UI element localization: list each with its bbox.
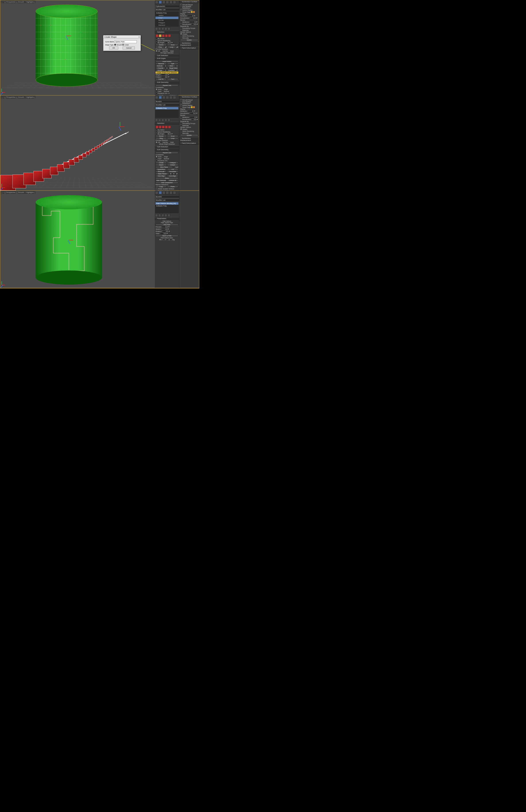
stack-edge-level[interactable]: Edge [155, 17, 178, 19]
extrude-button[interactable]: Extrude [156, 65, 164, 67]
dialog-title: Create Shape [104, 36, 117, 38]
move-gizmo[interactable] [115, 122, 124, 131]
viewport-label: [ + ] [ Perspective ] [ Smooth + Highlig… [1, 191, 35, 193]
subdiv-disp-rollout[interactable]: Subdivision Displacement [179, 42, 199, 46]
selection-rollout[interactable]: Selection [155, 31, 179, 33]
element-mode-icon[interactable] [168, 34, 171, 37]
polygon-mode-icon[interactable] [165, 34, 168, 37]
by-vertex-check[interactable] [156, 38, 157, 40]
soft-selection-rollout[interactable]: Soft Selection [155, 54, 179, 57]
modify-tab-icon[interactable] [159, 191, 162, 194]
turn-button[interactable]: Turn [167, 78, 178, 80]
border-mode-icon[interactable] [162, 34, 165, 37]
weld-button[interactable]: Weld [167, 65, 176, 67]
flip-check[interactable] [170, 239, 172, 241]
edit-edges-rollout[interactable]: Edit Edges [155, 57, 179, 60]
stack-path-deform[interactable]: Path Deform Binding (W) [155, 202, 178, 205]
paint-deform-rollout[interactable]: Paint Deformation [179, 46, 199, 49]
axis-indicator [2, 184, 7, 189]
ignore-backfacing-check[interactable] [156, 40, 157, 41]
object-name-field[interactable] [155, 100, 180, 103]
preserve-uv-check[interactable] [156, 92, 157, 95]
callout-line [141, 44, 155, 55]
update-button[interactable]: Update [180, 39, 198, 41]
selection-info: 99 Edges Selected [156, 52, 178, 54]
use-nurms-check[interactable] [180, 6, 182, 8]
modify-tab-icon[interactable] [159, 1, 162, 4]
stretch-input[interactable] [161, 228, 168, 230]
subobject-icons [156, 34, 178, 37]
shrink-button[interactable]: Shrink [156, 44, 167, 46]
grow-button[interactable]: Grow [167, 44, 178, 46]
percent-input[interactable] [162, 226, 168, 228]
axis-z-radio[interactable] [166, 239, 168, 241]
pin-stack-icon[interactable] [155, 28, 158, 30]
connect-button[interactable]: Connect [167, 69, 176, 71]
vertex-mode-icon[interactable] [156, 34, 159, 37]
create-shape-button[interactable]: Create Shape From Selection [156, 72, 178, 74]
cancel-button[interactable]: Cancel [123, 46, 135, 49]
axis-indicator [2, 281, 7, 287]
object-name-field[interactable] [155, 195, 180, 198]
chamfer-button[interactable]: Chamfer [156, 67, 165, 69]
subdiv-surface-rollout[interactable]: Subdivision Surface [179, 0, 199, 3]
motion-tab-icon[interactable] [166, 1, 169, 4]
close-icon[interactable]: × [139, 36, 140, 38]
modify-tab-icon[interactable] [159, 96, 162, 99]
pick-path-button[interactable]: Pick Path [156, 224, 178, 226]
parameters-rollout[interactable]: Parameters [155, 217, 179, 220]
by-angle-check[interactable] [156, 42, 157, 44]
remove-modifier-icon[interactable] [168, 28, 170, 30]
viewport-label: [ + ] [ Perspective ] [ Smooth + Highlig… [1, 1, 35, 3]
twist-input[interactable] [160, 233, 166, 235]
move-gizmo[interactable] [62, 31, 71, 40]
cmd-tabs[interactable] [155, 0, 179, 4]
modifier-stack[interactable]: Editable Poly Vertex Edge Border Polygon… [155, 12, 179, 27]
remove-button[interactable]: Remove [156, 63, 167, 65]
cylinder-mesh[interactable] [36, 5, 104, 87]
hierarchy-tab-icon[interactable] [162, 1, 165, 4]
viewport-label: [ + ] [ Perspective ] [ Smooth + Highlig… [1, 96, 35, 98]
stack-editable-poly[interactable]: Editable Poly [155, 12, 178, 14]
ring-button[interactable]: Ring [156, 46, 165, 48]
shape-linear-radio[interactable] [122, 44, 124, 46]
ok-button[interactable]: OK [109, 46, 118, 49]
axis-x-radio[interactable] [159, 239, 161, 241]
shape-smooth-radio[interactable] [114, 44, 116, 46]
cylinder-with-path[interactable] [36, 195, 104, 284]
curve-name-input[interactable] [115, 40, 137, 43]
split-button[interactable]: Split [167, 63, 178, 65]
object-name-field[interactable] [155, 5, 180, 8]
modifier-list-dropdown[interactable] [155, 8, 180, 11]
target-weld-button[interactable]: Target Weld [168, 67, 178, 69]
utilities-tab-icon[interactable] [173, 1, 176, 4]
create-tab-icon[interactable] [155, 1, 158, 4]
path-label: Path: Spline-Path [156, 222, 178, 223]
create-shape-dialog[interactable]: Create Shape × Curve Name: Shape Type: S… [103, 35, 141, 51]
move-gizmo[interactable] [64, 235, 73, 244]
bridge-button[interactable]: Bridge [156, 69, 164, 71]
display-tab-icon[interactable] [169, 1, 172, 4]
move-to-path-button[interactable]: Move to Path [156, 235, 178, 237]
edit-geometry-rollout[interactable]: Edit Geometry [155, 81, 179, 84]
axis-indicator [2, 89, 7, 94]
loop-button[interactable]: Loop [167, 46, 176, 48]
edit-tri-button[interactable]: Edit Tri. [156, 78, 167, 80]
repeat-last-button[interactable]: Repeat Last [156, 84, 178, 86]
box-array[interactable]: /*boxes drawn below via static divs*/ [0, 102, 133, 190]
edge-mode-icon[interactable] [159, 34, 162, 37]
axis-y-radio[interactable] [163, 239, 165, 241]
rotation-input[interactable] [162, 230, 168, 232]
insert-vertex-button[interactable]: Insert Vertex [156, 60, 178, 62]
